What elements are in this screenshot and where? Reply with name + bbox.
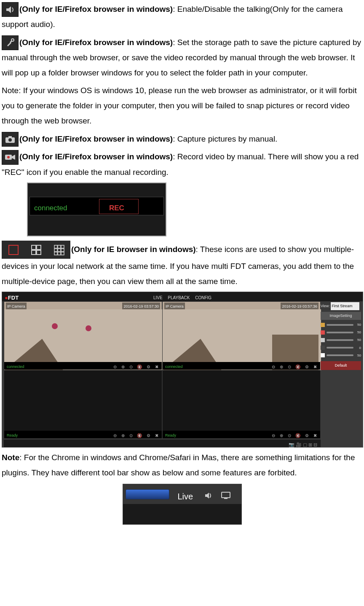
bold-label: (Only for IE/Firefox browser in windows) <box>19 134 173 143</box>
bold-label: (Only for IE/Firefox browser in windows) <box>19 152 173 161</box>
slider-row: 50 <box>321 322 361 328</box>
screen-icon <box>221 489 231 505</box>
slider-track <box>327 324 353 326</box>
swatch-icon <box>321 330 325 335</box>
bottom-icons: 📷 🎥 ▢ ⊞ ⊟ <box>289 442 317 447</box>
svg-rect-11 <box>32 250 36 255</box>
svg-rect-3 <box>8 136 12 138</box>
paragraph-storage-path: (Only for IE/Firefox browser in windows)… <box>2 35 362 81</box>
view-label: View: <box>321 304 330 308</box>
note-chrome-safari: Note: For the Chrome in windows and Chro… <box>2 450 362 480</box>
live-toolbar-screenshot: Live <box>2 484 362 530</box>
camera-icon <box>2 132 19 147</box>
svg-point-7 <box>7 156 10 158</box>
slider-value: 50 <box>355 329 361 335</box>
svg-rect-16 <box>54 249 57 252</box>
paragraph-grid-icons: (Only for IE browser in windows): These … <box>2 241 362 289</box>
svg-rect-13 <box>54 245 57 248</box>
svg-rect-9 <box>32 245 36 249</box>
grid-9-icon <box>53 244 65 256</box>
view-dropdown: First Stream <box>331 302 359 310</box>
slider-value: 50 <box>355 337 361 343</box>
status-connected: connected <box>7 365 24 369</box>
slider-value: 50 <box>355 322 361 328</box>
bottom-toolbar: 📷 🎥 ▢ ⊞ ⊟ <box>4 440 321 447</box>
paragraph-record: (Only for IE/Firefox browser in windows)… <box>2 149 362 180</box>
video-controls: ⊖ ⊕ ⊙ 🔇 ⚙ ✖ <box>272 432 318 440</box>
video-cell: Ready ⊖ ⊕ ⊙ 🔇 ⚙ ✖ <box>162 370 321 439</box>
svg-point-1 <box>11 39 14 41</box>
svg-rect-18 <box>61 249 64 252</box>
slider-value: 0 <box>355 345 361 351</box>
svg-rect-15 <box>61 245 64 248</box>
video-status-bar: Ready ⊖ ⊕ ⊙ 🔇 ⚙ ✖ <box>163 431 320 438</box>
svg-point-24 <box>86 325 91 331</box>
slider-row: 50 <box>321 352 361 359</box>
svg-point-23 <box>52 323 58 329</box>
video-status-bar: Ready ⊖ ⊕ ⊙ 🔇 ⚙ ✖ <box>4 431 162 438</box>
slider-track <box>327 354 353 356</box>
svg-marker-6 <box>12 155 15 160</box>
svg-rect-21 <box>61 252 64 255</box>
connected-label: connected <box>34 201 67 215</box>
note-admin: Note: If your windows OS is windows 10, … <box>2 83 362 129</box>
swatch-icon <box>321 346 325 350</box>
slider-row: 50 <box>321 337 361 343</box>
note-label: Note <box>2 453 19 462</box>
swatch-icon <box>321 323 325 327</box>
svg-rect-10 <box>37 245 41 249</box>
bold-label: (Only for IE browser in windows) <box>71 244 196 253</box>
desc-text: : Capture pictures by manual. <box>173 134 277 143</box>
video-status-bar: connected ⊖ ⊕ ⊙ 🔇 ⚙ ✖ <box>163 362 320 370</box>
video-cell: IP Camera 2016-02-19 03:57:30 connected … <box>4 301 162 370</box>
svg-point-4 <box>8 138 12 142</box>
swatch-icon <box>321 353 325 357</box>
live-label: Live <box>178 488 193 504</box>
video-status-bar: connected ⊖ ⊕ ⊙ 🔇 ⚙ ✖ <box>4 362 162 370</box>
status-connected: connected <box>165 365 183 369</box>
svg-rect-30 <box>222 492 230 498</box>
status-ready: Ready <box>7 433 18 437</box>
video-controls: ⊖ ⊕ ⊙ 🔇 ⚙ ✖ <box>113 432 160 440</box>
tools-icon <box>2 35 19 50</box>
slider-row: 0 <box>321 345 361 351</box>
bold-label: (Only for IE/Firefox browser in windows) <box>19 38 173 47</box>
video-record-icon <box>2 150 19 165</box>
swatch-icon <box>321 338 325 342</box>
slider-row: 50 <box>321 329 361 335</box>
video-grid: IP Camera 2016-02-19 03:57:30 connected … <box>4 301 321 439</box>
bold-label: (Only for IE/Firefox browser in windows) <box>19 5 173 13</box>
side-panel: View: First Stream ImageSetting 50 50 50… <box>321 302 361 445</box>
svg-marker-0 <box>6 6 11 13</box>
svg-rect-12 <box>37 250 41 255</box>
svg-rect-19 <box>54 252 57 255</box>
video-cell: IP Camera 2016-02-19 03:57:36 connected … <box>162 301 321 370</box>
slider-group: 50 50 50 0 50 <box>321 322 361 359</box>
default-button: Default <box>321 361 361 370</box>
paragraph-capture: (Only for IE/Firefox browser in windows)… <box>2 131 362 147</box>
slider-track <box>327 339 353 341</box>
speaker-icon <box>2 2 19 17</box>
rec-indicator-screenshot: connected REC <box>27 182 166 236</box>
svg-rect-17 <box>58 249 61 252</box>
blue-bar <box>126 489 169 499</box>
rec-label: REC <box>109 201 124 215</box>
multi-device-screenshot: ●FDT LIVE PLAYBACK CONFIG IP Camera 2016… <box>2 292 363 448</box>
paragraph-talking: (Only for IE/Firefox browser in windows)… <box>2 2 362 32</box>
note-text: : For the Chrome in windows and Chrome/S… <box>2 453 355 477</box>
slider-track <box>327 332 353 333</box>
grid-view-icons <box>2 241 70 259</box>
speaker-icon <box>204 489 213 505</box>
svg-rect-20 <box>58 252 61 255</box>
status-ready: Ready <box>165 433 176 437</box>
grid-4-icon <box>30 244 42 256</box>
slider-track <box>327 347 353 349</box>
svg-rect-8 <box>9 245 18 255</box>
svg-rect-31 <box>224 498 228 499</box>
video-cell: Ready ⊖ ⊕ ⊙ 🔇 ⚙ ✖ <box>4 370 162 439</box>
grid-1-icon <box>8 244 19 256</box>
svg-marker-29 <box>205 493 209 499</box>
svg-rect-14 <box>58 245 61 248</box>
top-menu: LIVE PLAYBACK CONFIG <box>153 294 211 302</box>
slider-value: 50 <box>355 352 361 359</box>
